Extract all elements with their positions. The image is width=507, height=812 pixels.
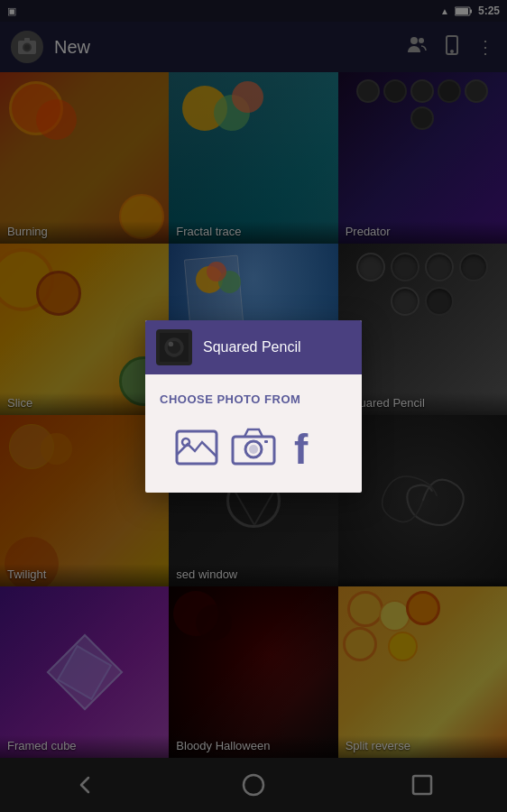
modal-header: Squared Pencil [145,320,362,374]
svg-point-16 [182,438,189,446]
svg-text:f: f [294,426,309,471]
modal-title: Squared Pencil [203,339,301,355]
camera-option[interactable] [230,424,277,471]
modal-overlay[interactable]: Squared Pencil CHOOSE PHOTO FROM [0,0,507,812]
gallery-option[interactable] [173,424,220,471]
modal-header-icon [156,329,192,365]
modal-choose-label: CHOOSE PHOTO FROM [160,392,347,406]
svg-rect-20 [264,440,268,443]
modal-body: CHOOSE PHOTO FROM [145,374,362,493]
modal-icons-row: f [160,424,347,471]
modal-dialog: Squared Pencil CHOOSE PHOTO FROM [145,320,362,493]
facebook-option[interactable]: f [287,424,334,471]
svg-point-14 [169,341,173,346]
svg-point-19 [249,445,258,454]
